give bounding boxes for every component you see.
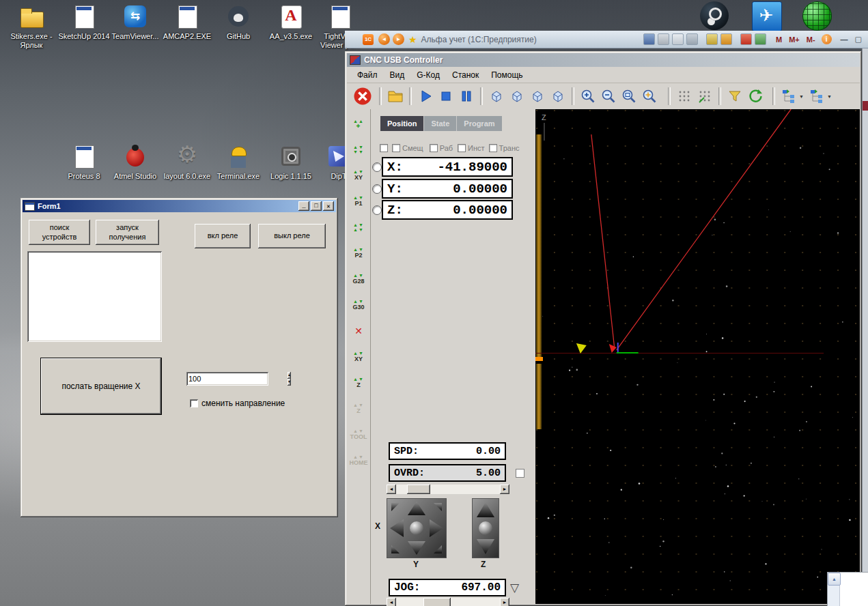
- flag-offset-checkbox[interactable]: [392, 144, 400, 152]
- find-icon[interactable]: [686, 33, 698, 45]
- maximize-button[interactable]: □: [311, 201, 322, 211]
- desktop-icon-atmel[interactable]: Atmel Studio: [109, 143, 161, 181]
- zoom-window-button[interactable]: [619, 86, 639, 106]
- scroll-right-icon[interactable]: ►: [500, 598, 509, 606]
- menu-file[interactable]: Файл: [351, 69, 384, 81]
- tree-structure-button[interactable]: [807, 86, 827, 106]
- forward-button[interactable]: ►: [393, 33, 404, 45]
- side-home-button[interactable]: ▲▼HOME: [347, 448, 370, 474]
- show-grid-button[interactable]: [695, 86, 715, 106]
- open-file-button[interactable]: [385, 86, 406, 106]
- jog-z-plus-button[interactable]: [477, 502, 494, 517]
- side-probe-z-button[interactable]: ▲▼Z: [347, 396, 370, 422]
- side-zero-xy-button[interactable]: ▲▼XY: [347, 344, 370, 370]
- flag-tool-checkbox[interactable]: [458, 144, 466, 152]
- side-cancel-button[interactable]: ✕: [347, 318, 370, 344]
- calendar-icon[interactable]: [740, 33, 752, 45]
- y-axis-radio[interactable]: [372, 184, 382, 194]
- favorites-icon[interactable]: [706, 33, 718, 45]
- zoom-out-button[interactable]: [598, 86, 619, 106]
- scroll-right-icon[interactable]: ►: [500, 485, 509, 494]
- filter-button[interactable]: [725, 86, 745, 106]
- onec-titlebar[interactable]: 1С ◄ ► ★ Альфа учет (1С:Предприятие) M M…: [345, 31, 868, 48]
- calculator-icon[interactable]: [755, 33, 766, 45]
- spinner-down-icon[interactable]: ▼: [288, 379, 291, 386]
- side-zero-z-button[interactable]: ▲▼Z: [347, 370, 370, 396]
- flag-checkbox[interactable]: [380, 144, 388, 152]
- side-tool-button[interactable]: ▲▼TOOL: [347, 422, 370, 448]
- form1-titlebar[interactable]: Form1 _ □ ✕: [23, 200, 336, 212]
- viewport-3d-canvas[interactable]: Z: [535, 109, 860, 604]
- desktop-icon-proteus[interactable]: Proteus 8: [58, 143, 110, 181]
- z-axis-radio[interactable]: [372, 205, 382, 215]
- jog-diag-sw-button[interactable]: [391, 545, 400, 553]
- jog-diag-nw-button[interactable]: [391, 503, 400, 511]
- override-scrollbar[interactable]: ◄ ►: [387, 485, 509, 494]
- jog-x-plus-button[interactable]: [430, 519, 443, 537]
- desktop-icon-steam[interactable]: [688, 1, 740, 34]
- desktop-icon-sketchup[interactable]: SketchUp 2014: [58, 3, 110, 41]
- preview-icon[interactable]: [672, 33, 684, 45]
- desktop-icon-amcap[interactable]: AMCAP2.EXE: [161, 3, 213, 41]
- desktop-icon-logic[interactable]: Logic 1.1.15: [265, 143, 317, 181]
- scrollbar-thumb[interactable]: [407, 485, 430, 494]
- viewport-3d[interactable]: Z: [535, 109, 860, 604]
- show-points-button[interactable]: [674, 86, 695, 106]
- jog-scrollbar[interactable]: ◄ ►: [387, 598, 509, 606]
- cnc-titlebar[interactable]: CNC USB Controller: [347, 53, 860, 67]
- flag-work-checkbox[interactable]: [430, 144, 438, 152]
- scrollbar-track[interactable]: [396, 598, 500, 606]
- services-icon[interactable]: [720, 33, 732, 45]
- tree-structure-dropdown-icon[interactable]: ▼: [827, 86, 835, 106]
- menu-machine[interactable]: Станок: [446, 69, 485, 81]
- relay-on-button[interactable]: вкл реле: [195, 224, 251, 248]
- side-p1-button[interactable]: ▲▼P1: [347, 188, 370, 214]
- view-iso-button[interactable]: [548, 86, 568, 106]
- tab-program[interactable]: Program: [456, 116, 501, 131]
- close-button[interactable]: ✕: [323, 201, 334, 211]
- zoom-extents-button[interactable]: [639, 86, 660, 106]
- minimize-button[interactable]: _: [298, 201, 309, 211]
- refresh-button[interactable]: [745, 86, 766, 106]
- search-devices-button[interactable]: поиск устройств: [29, 220, 90, 245]
- minimize-button[interactable]: —: [841, 35, 848, 44]
- tree-view-button[interactable]: [779, 86, 799, 106]
- jog-x-minus-button[interactable]: [390, 519, 404, 537]
- scroll-left-icon[interactable]: ◄: [387, 485, 396, 494]
- memory-m-button[interactable]: M: [773, 35, 785, 44]
- start-button[interactable]: [415, 86, 436, 106]
- jog-z-center-button[interactable]: [479, 521, 492, 535]
- scrollbar-track[interactable]: [396, 485, 500, 494]
- onec-vertical-scrollbar[interactable]: ▲: [828, 573, 840, 606]
- desktop-icon-terminal[interactable]: Terminal.exe: [212, 143, 264, 181]
- memory-mplus-button[interactable]: M+: [786, 35, 802, 44]
- side-jog-plus-button[interactable]: ▲▲✚: [347, 111, 370, 136]
- side-arrows-button[interactable]: ▲▼▲▼: [347, 214, 370, 240]
- zoom-in-button[interactable]: [578, 86, 598, 106]
- desktop-icon-globe-app[interactable]: [791, 1, 843, 34]
- side-g30-button[interactable]: ▲▼G30: [347, 292, 370, 318]
- jog-z-minus-button[interactable]: [477, 539, 494, 554]
- desktop-icon-teamviewer[interactable]: TeamViewer...: [109, 3, 161, 41]
- tab-state[interactable]: State: [423, 116, 456, 131]
- steps-spinner[interactable]: ▲ ▼: [186, 372, 268, 386]
- stop-button[interactable]: [436, 86, 456, 106]
- device-listbox[interactable]: [27, 251, 162, 342]
- tree-view-dropdown-icon[interactable]: ▼: [799, 86, 807, 106]
- memory-mminus-button[interactable]: M-: [804, 35, 818, 44]
- save-icon[interactable]: [643, 33, 655, 45]
- jog-diag-ne-button[interactable]: [434, 503, 442, 511]
- desktop-icon-stikers[interactable]: Stikers.exe - Ярлык: [5, 3, 57, 49]
- send-rotation-button[interactable]: послать вращение X: [41, 358, 161, 414]
- side-goto-xy-button[interactable]: ▲▼XY: [347, 162, 370, 188]
- print-icon[interactable]: [658, 33, 669, 45]
- menu-view[interactable]: Вид: [384, 69, 411, 81]
- side-p2-button[interactable]: ▲▼P2: [347, 240, 370, 266]
- override-checkbox[interactable]: [516, 469, 524, 478]
- side-g28-button[interactable]: ▲▼G28: [347, 266, 370, 292]
- emergency-stop-button[interactable]: [350, 85, 376, 108]
- favorites-star-icon[interactable]: ★: [408, 34, 417, 45]
- jog-y-minus-button[interactable]: [408, 541, 425, 555]
- view-side-button[interactable]: [527, 86, 548, 106]
- jog-diag-se-button[interactable]: [434, 545, 442, 553]
